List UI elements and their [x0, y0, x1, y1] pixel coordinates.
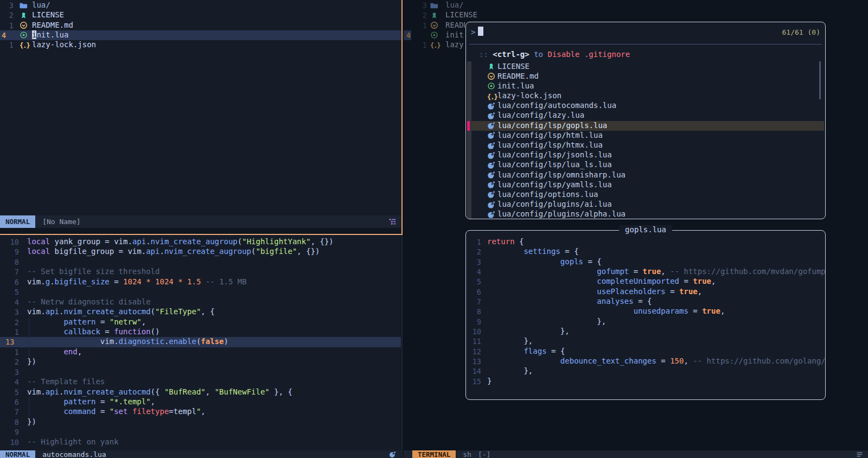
line-number: 6 [0, 398, 19, 406]
line-number: 13 [5, 338, 24, 346]
file-path: lua/config/lsp/htmx.lua [497, 141, 603, 149]
lua-icon [487, 122, 495, 130]
code-line[interactable]: 8}) [0, 417, 401, 427]
code-line[interactable]: 7-- Set bigfile size threshold [0, 267, 401, 277]
window-separator-active-horizontal[interactable] [0, 234, 403, 236]
code-line[interactable]: 2}) [0, 357, 401, 367]
prompt-separator [469, 44, 822, 44]
code-line[interactable]: 3 [0, 367, 401, 377]
file-path: init.lua [497, 81, 534, 90]
line-number: 10 [0, 438, 19, 447]
picker-item[interactable]: lua/config/autocomands.lua [466, 101, 825, 111]
selection-marker [467, 121, 470, 131]
match-counter: 61/61 (0) [782, 28, 820, 36]
init-lua-icon [430, 31, 438, 39]
preview-line: 1return { [466, 237, 825, 247]
lua-icon [487, 171, 495, 179]
terminal-cursor[interactable] [478, 27, 483, 36]
explorer-row[interactable]: 1{.}lazy-lock.json [0, 40, 401, 50]
buffer-name: sh [463, 450, 471, 458]
line-number: 8 [0, 418, 19, 427]
file-name: init.lua [32, 30, 68, 39]
picker-item[interactable]: init.lua [466, 81, 825, 91]
code-line[interactable]: 9local bigfile_group = vim.api.nvim_crea… [0, 247, 401, 257]
folder-icon [430, 2, 438, 10]
mode-indicator: NORMAL [0, 215, 35, 228]
line-number: 13 [466, 357, 481, 366]
code-line[interactable]: 1 callback = function() [0, 327, 401, 337]
picker-item[interactable]: lua/config/lsp/html.lua [466, 131, 825, 141]
code-line[interactable]: 6vim.g.bigfile_size = 1024 * 1024 * 1.5 … [0, 277, 401, 287]
line-number: 5 [466, 277, 481, 286]
code-line[interactable]: 2 pattern = "netrw", [0, 317, 401, 327]
line-number: 3 [0, 1, 14, 10]
code-line[interactable]: 4-- Template files [0, 377, 401, 387]
line-number: 7 [0, 268, 19, 276]
preview-line: 15} [466, 377, 825, 386]
picker-item[interactable]: lua/config/lsp/htmx.lua [466, 141, 825, 150]
lua-icon [487, 112, 495, 120]
code-line[interactable]: 1 end, [0, 347, 401, 357]
picker-item[interactable]: lua/config/lsp/jsonls.lua [466, 150, 825, 160]
code-line[interactable]: 7 command = "set filetype=templ", [0, 407, 401, 417]
line-number: 4 [406, 31, 430, 40]
picker-item[interactable]: lua/config/options.lua [466, 190, 825, 200]
line-number: 2 [0, 11, 14, 20]
code-line[interactable]: 6 pattern = "*.templ", [0, 397, 401, 407]
explorer-row[interactable]: 2LICENSE [404, 10, 868, 20]
explorer-row[interactable]: 3lua/ [404, 1, 868, 10]
preview-line: 11 }, [466, 336, 825, 346]
code-line[interactable]: 13 vim.diagnostic.enable(false) [0, 337, 401, 347]
file-path: lua/config/lazy.lua [497, 111, 584, 119]
lua-icon [389, 451, 396, 458]
file-path: lua/config/lsp/gopls.lua [497, 121, 607, 130]
picker-item[interactable]: lua/config/plugins/ai.lua [466, 200, 825, 209]
file-name: init.lua [445, 30, 465, 39]
picker-item[interactable]: lua/config/plugins/alpha.lua [466, 209, 825, 219]
markdown-icon [487, 72, 495, 80]
lua-icon [487, 181, 495, 189]
picker-item[interactable]: lua/config/lsp/yamlls.lua [466, 180, 825, 190]
folder-icon [20, 2, 28, 10]
buffer-name: autocomands.lua [42, 450, 106, 458]
code-line[interactable]: 4-- Netrw diagnostic disable [0, 297, 401, 307]
code-line[interactable]: 5 [0, 287, 401, 297]
explorer-row[interactable]: 3lua/ [0, 1, 401, 10]
command-line-area [0, 228, 401, 234]
line-number: 8 [466, 307, 481, 316]
picker-item[interactable]: lua/config/lazy.lua [466, 111, 825, 120]
file-explorer-pane: 3lua/2LICENSE1README.md4init.lua1{.}lazy… [0, 0, 401, 215]
picker-item-selected[interactable]: lua/config/lsp/gopls.lua [466, 121, 825, 131]
code-line[interactable]: 10-- Highlight on yank [0, 437, 401, 447]
preview-line: 14 }, [466, 366, 825, 376]
file-path: lua/config/options.lua [497, 190, 598, 199]
fuzzy-finder-window: > 61/61 (0) :: <ctrl-g> to Disable .giti… [465, 22, 826, 219]
file-path: README.md [497, 72, 539, 80]
markdown-icon [430, 21, 438, 29]
line-number: 9 [0, 247, 19, 256]
line-number: 3 [0, 308, 19, 316]
picker-item[interactable]: {.}lazy-lock.json [466, 91, 825, 101]
code-line[interactable]: 9 [0, 427, 401, 437]
picker-item[interactable]: LICENSE [466, 62, 825, 72]
explorer-row[interactable]: 1README.md [0, 21, 401, 30]
lua-icon [487, 102, 495, 110]
json-icon: {.} [487, 92, 495, 100]
picker-item[interactable]: README.md [466, 72, 825, 81]
editor-cursor: i [32, 30, 36, 39]
code-line[interactable]: 5vim.api.nvim_create_autocmd({ "BufRead"… [0, 387, 401, 397]
file-name: README.md [32, 21, 73, 29]
code-line[interactable]: 10local yank_group = vim.api.nvim_create… [0, 237, 401, 247]
preview-line: 13 debounce_text_changes = 150, -- https… [466, 357, 825, 366]
window-separator-active[interactable] [401, 0, 403, 235]
picker-item[interactable]: lua/config/lsp/lua_ls.lua [466, 160, 825, 170]
picker-item[interactable]: lua/config/lsp/omnisharp.lua [466, 170, 825, 180]
picker-scrollbar[interactable] [819, 61, 821, 99]
explorer-row[interactable]: 4init.lua [0, 30, 401, 40]
code-line[interactable]: 3vim.api.nvim_create_autocmd("FileType",… [0, 307, 401, 317]
line-number: 3 [0, 368, 19, 377]
code-line[interactable]: 8 [0, 257, 401, 267]
window-separator[interactable] [401, 235, 403, 458]
explorer-row[interactable]: 2LICENSE [0, 10, 401, 20]
code-buffer: 10local yank_group = vim.api.nvim_create… [0, 237, 401, 447]
